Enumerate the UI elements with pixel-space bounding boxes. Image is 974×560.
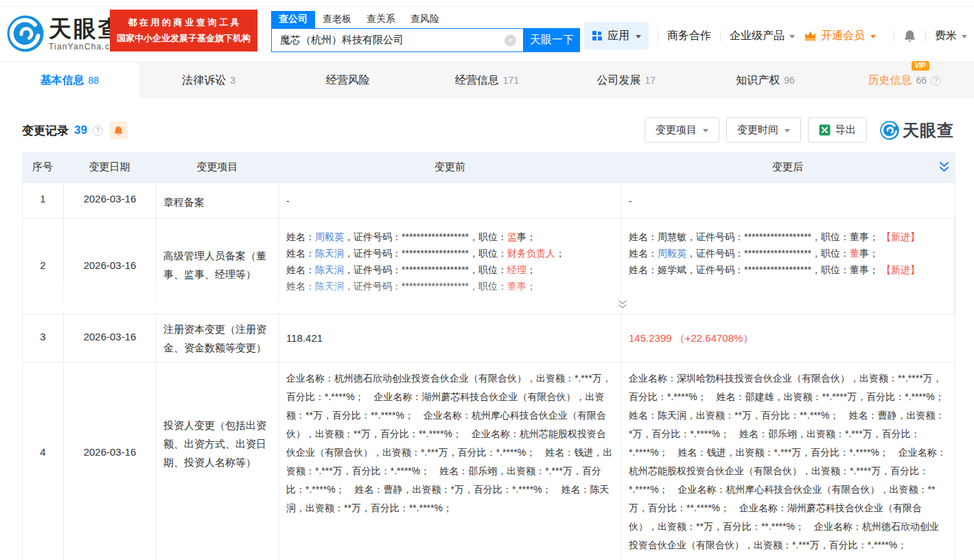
tab-basic-info[interactable]: 基本信息 88 <box>0 62 139 98</box>
nav-business-cooperation[interactable]: 商务合作 <box>667 29 711 43</box>
nav-user-menu[interactable]: 费米 <box>935 29 967 43</box>
apps-grid-icon <box>592 30 603 41</box>
bell-icon <box>903 30 916 43</box>
cell-after: - <box>622 183 955 218</box>
search-tab-boss[interactable]: 查老板 <box>315 11 359 28</box>
table-row: 3 2026-03-16 注册资本变更（注册资金、资金数额等变更） 118.42… <box>22 314 955 362</box>
search-input-wrap: × <box>271 28 524 52</box>
tab-label: 公司发展 <box>596 73 640 88</box>
cell-seq: 4 <box>23 362 64 560</box>
cell-change-item: 高级管理人员备案（董事、监事、经理等） <box>156 218 279 314</box>
tab-company-development[interactable]: 公司发展 17 <box>557 62 696 98</box>
cell-seq: 3 <box>23 314 64 362</box>
tab-label: 经营风险 <box>326 73 370 88</box>
search-tab-relation[interactable]: 查关系 <box>359 11 403 28</box>
expand-row-icon[interactable] <box>617 300 628 312</box>
nav-apps-button[interactable]: 应用 <box>584 22 649 49</box>
tab-count: 66 <box>916 75 927 86</box>
cell-change-item: 章程备案 <box>156 183 279 218</box>
crown-icon <box>804 30 817 41</box>
cell-date: 2026-03-16 <box>64 218 156 314</box>
tab-label: 知识产权 <box>736 73 780 88</box>
company-tabbar: 基本信息 88 法律诉讼 3 经营风险 经营信息 171 公司发展 17 知识产… <box>0 62 974 98</box>
change-records-table: 序号 变更日期 变更项目 变更前 变更后 1 2026-03-16 章程备案 -… <box>22 152 955 560</box>
nav-divider <box>894 31 894 41</box>
entity-link[interactable]: 陈天润 <box>315 248 344 259</box>
tab-count: 96 <box>784 75 795 86</box>
chevron-down-icon <box>785 129 790 132</box>
watermark-label: 天眼查 <box>903 119 954 141</box>
collapse-all-icon[interactable] <box>939 161 949 175</box>
nav-open-vip[interactable]: 开通会员 <box>804 29 876 43</box>
tab-legal-litigation[interactable]: 法律诉讼 3 <box>139 62 279 98</box>
tab-count: 171 <box>503 75 519 86</box>
promo-line-1: 都 在 用 的 商 业 查 询 工 具 <box>110 16 257 29</box>
top-divider <box>0 6 974 7</box>
help-icon[interactable]: ? <box>931 75 941 86</box>
export-button[interactable]: 导出 <box>808 117 867 143</box>
cell-before: 企业名称：杭州德石欣动创业投资合伙企业（有限合伙），出资额：*.***万，百分比… <box>279 362 622 560</box>
cell-before: - <box>279 183 622 218</box>
chevron-down-icon <box>789 35 795 38</box>
subscribe-bell-button[interactable] <box>110 121 128 139</box>
cell-before: 118.421 <box>279 314 622 362</box>
chevron-down-icon <box>870 35 876 38</box>
col-header-after: 变更后 <box>621 161 954 174</box>
nav-divider <box>720 31 721 41</box>
search-input[interactable] <box>272 29 523 51</box>
tianyancha-change-records-page: 天眼查 TianYanCha.com 都 在 用 的 商 业 查 询 工 具 国… <box>0 0 974 560</box>
chevron-down-icon <box>962 35 967 38</box>
search-button[interactable]: 天眼一下 <box>524 28 580 52</box>
site-logo[interactable]: 天眼查 TianYanCha.com <box>7 15 123 52</box>
filter-label: 变更时间 <box>737 124 778 137</box>
bell-icon <box>113 126 124 136</box>
tab-operation-info[interactable]: 经营信息 171 <box>417 62 557 98</box>
cell-after: 企业名称：深圳哈勃科技投资合伙企业（有限合伙），出资额：**.****万，百分比… <box>622 362 955 560</box>
col-header-item: 变更项目 <box>156 161 279 174</box>
tab-history-info[interactable]: 历史信息 VIP 66 ? <box>835 62 974 98</box>
tab-label: 法律诉讼 <box>182 73 226 88</box>
search-area: 查公司 查老板 查关系 查风险 × 天眼一下 <box>271 11 580 52</box>
nav-apps-label: 应用 <box>607 29 629 43</box>
help-icon[interactable]: ? <box>93 126 103 136</box>
table-header-row: 序号 变更日期 变更项目 变更前 变更后 <box>22 152 955 183</box>
promo-line-2: 国家中小企业发展子基金旗下机构 <box>110 32 257 45</box>
tab-label: 经营信息 <box>455 73 499 88</box>
table-row: 1 2026-03-16 章程备案 - - <box>22 183 955 218</box>
cell-after: 姓名：周慧敏，证件号码：******************，职位：董事； 【新… <box>622 218 955 314</box>
chevron-down-icon <box>703 129 708 132</box>
search-tab-risk[interactable]: 查风险 <box>403 11 447 28</box>
header-nav: 应用 商务合作 企业级产品 开通会员 费米 <box>584 22 967 49</box>
nav-username: 费米 <box>935 29 957 43</box>
tab-label: 历史信息 <box>868 73 912 88</box>
cell-date: 2026-03-16 <box>64 362 156 560</box>
filter-change-time-button[interactable]: 变更时间 <box>726 117 801 143</box>
tab-count: 3 <box>230 75 235 86</box>
tianyancha-watermark: 天眼查 <box>880 119 954 141</box>
tianyancha-logo-icon <box>880 121 899 140</box>
notification-bell-icon[interactable] <box>903 30 916 43</box>
nav-divider <box>658 31 658 41</box>
search-tabs: 查公司 查老板 查关系 查风险 <box>271 11 580 28</box>
export-label: 导出 <box>835 124 856 137</box>
entity-link[interactable]: 陈天润 <box>315 264 344 275</box>
search-tab-company[interactable]: 查公司 <box>271 11 315 28</box>
section-header: 变更记录 39 ? <box>22 121 128 139</box>
table-row: 2 2026-03-16 高级管理人员备案（董事、监事、经理等） 姓名：周毅英，… <box>22 218 955 314</box>
nav-vip-label: 开通会员 <box>821 29 865 43</box>
nav-enterprise-products[interactable]: 企业级产品 <box>730 29 795 43</box>
tab-intellectual-property[interactable]: 知识产权 96 <box>696 62 835 98</box>
clear-icon[interactable]: × <box>505 34 516 46</box>
entity-link[interactable]: 周毅英 <box>315 231 344 242</box>
tianyancha-logo-icon <box>7 15 44 52</box>
entity-link[interactable]: 陈天润 <box>315 281 344 292</box>
filter-change-item-button[interactable]: 变更项目 <box>645 117 719 143</box>
tab-operation-risk[interactable]: 经营风险 <box>278 62 417 98</box>
filter-label: 变更项目 <box>656 124 697 137</box>
cell-change-item: 注册资本变更（注册资金、资金数额等变更） <box>156 314 279 362</box>
cell-before: 姓名：周毅英，证件号码：******************，职位：监事；姓名：… <box>279 218 622 314</box>
chevron-down-icon <box>636 35 641 38</box>
col-header-date: 变更日期 <box>63 161 156 174</box>
entity-link[interactable]: 周毅英 <box>658 248 686 259</box>
col-header-before: 变更前 <box>279 161 621 174</box>
